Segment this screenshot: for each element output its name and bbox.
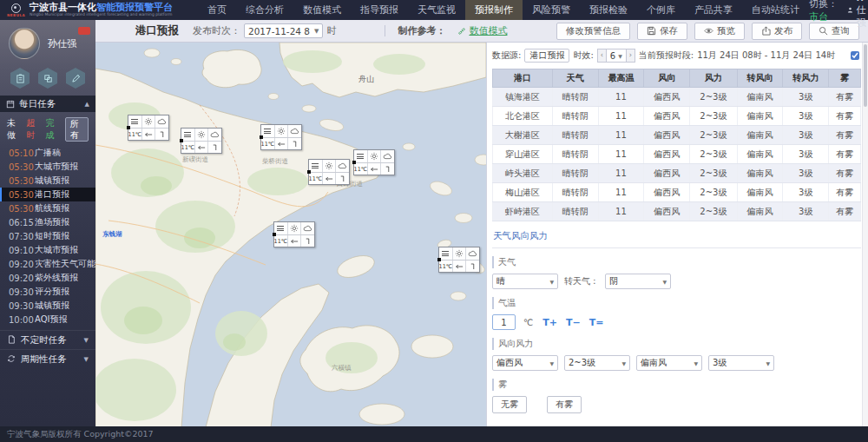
task-filter-所有[interactable]: 所有 [65,117,89,142]
保存-button[interactable]: 保存 [637,23,687,40]
menu-icon[interactable] [128,115,142,128]
select-all-checkbox[interactable] [851,51,859,60]
nav-item-指导预报[interactable]: 指导预报 [351,0,408,20]
table-cell[interactable]: 晴转阴 [552,202,598,221]
table-cell[interactable]: 偏南风 [737,107,783,126]
temperature-input[interactable] [492,314,516,330]
task-item[interactable]: 05:30航线预报 [0,201,95,215]
sidebar-section-不定时任务[interactable]: 不定时任务▼ [0,330,95,349]
edit-icon[interactable] [66,68,85,89]
table-cell[interactable]: 3级 [783,164,829,183]
weather-marker[interactable]: 11℃ [438,247,480,273]
table-cell[interactable]: 偏南风 [737,183,783,202]
menu-icon[interactable] [261,125,275,137]
table-row[interactable]: 大榭港区晴转阴11偏西风2~3级偏南风3级有雾 [493,126,861,145]
weather-marker[interactable]: 11℃ [308,159,350,185]
task-item[interactable]: 09:20灾害性天气可能性 [0,257,95,271]
table-cell[interactable]: 11 [598,202,644,221]
table-row[interactable]: 梅山港区晴转阴11偏西风2~3级偏南风3级有雾 [493,183,861,202]
temp-tool-T−[interactable]: T− [566,317,581,328]
table-row[interactable]: 穿山港区晴转阴11偏西风2~3级偏南风3级有雾 [493,145,861,164]
table-cell[interactable]: 偏西风 [644,202,690,221]
table-cell[interactable]: 11 [598,107,644,126]
task-item[interactable]: 10:00AQI预报 [0,313,95,327]
task-item[interactable]: 09:10大城市预报 [0,243,95,257]
table-cell[interactable]: 3级 [783,145,829,164]
scrollbar-thumb[interactable] [864,44,867,107]
修改预警信息-button[interactable]: 修改预警信息 [556,23,630,40]
table-row[interactable]: 镇海港区晴转阴11偏西风2~3级偏南风3级有雾 [493,88,861,107]
发布-button[interactable]: 发布 [752,23,802,40]
table-cell[interactable]: 11 [598,145,644,164]
task-item[interactable]: 09:30评分预报 [0,285,95,299]
avatar[interactable] [9,28,40,59]
step-prev-button[interactable]: ‹ [597,49,607,63]
weather-marker[interactable]: 11℃ [260,124,302,150]
layers-icon[interactable] [38,68,57,89]
table-cell[interactable]: 2~3级 [690,183,738,202]
task-item[interactable]: 05:10广播稿 [0,146,95,160]
table-row[interactable]: 峙头港区晴转阴11偏西风2~3级偏南风3级有雾 [493,164,861,183]
wind-select[interactable]: 偏西风▼ [492,355,558,371]
table-cell[interactable]: 3级 [783,183,829,202]
clipboard-icon[interactable] [10,68,30,89]
weather-marker[interactable]: 11℃ [181,128,222,154]
table-cell[interactable]: 穿山港区 [493,145,553,164]
table-cell[interactable]: 偏西风 [644,88,690,107]
task-item[interactable]: 09:30城镇预报 [0,299,95,313]
table-cell[interactable]: 偏西风 [644,145,690,164]
switch-value[interactable]: 市台 [809,11,828,23]
menu-icon[interactable] [181,129,195,141]
table-cell[interactable]: 有雾 [829,107,861,126]
weather-marker[interactable]: 11℃ [128,115,169,141]
task-item[interactable]: 09:20紫外线预报 [0,271,95,285]
issue-time-select[interactable]: 2017-11-24 8▼ [244,23,323,38]
task-filter-未做[interactable]: 未做 [7,117,20,142]
table-cell[interactable]: 大榭港区 [493,126,553,145]
table-cell[interactable]: 晴转阴 [552,126,598,145]
menu-icon[interactable] [439,247,453,260]
table-cell[interactable]: 11 [598,126,644,145]
table-cell[interactable]: 11 [598,88,644,107]
table-cell[interactable]: 3级 [783,88,829,107]
table-cell[interactable]: 晴转阴 [552,145,598,164]
map-canvas[interactable]: 舟山新碶街道柴桥街道白峰街道六横镇东钱湖11℃11℃11℃11℃11℃11℃11… [95,43,486,426]
wind-select[interactable]: 偏南风▼ [636,355,702,371]
table-cell[interactable]: 晴转阴 [552,183,598,202]
task-item[interactable]: 05:30港口预报 [0,188,95,201]
weather-select[interactable]: 晴▼ [492,274,558,289]
task-item[interactable]: 06:15渔场预报 [0,215,95,229]
table-cell[interactable]: 偏南风 [737,202,783,221]
table-cell[interactable]: 有雾 [829,145,861,164]
table-cell[interactable]: 2~3级 [690,107,738,126]
nav-item-预报检验[interactable]: 预报检验 [580,0,637,20]
table-cell[interactable]: 北仑港区 [493,107,553,126]
temp-tool-T+[interactable]: T+ [542,317,557,328]
nav-item-预报制作[interactable]: 预报制作 [465,0,523,20]
table-cell[interactable]: 偏南风 [737,164,783,183]
table-cell[interactable]: 晴转阴 [552,164,598,183]
table-cell[interactable]: 有雾 [829,88,861,107]
datasource-input[interactable] [524,49,569,63]
sidebar-section-周期性任务[interactable]: 周期性任务▼ [0,349,95,368]
table-cell[interactable]: 虾峙港区 [493,202,553,221]
table-row[interactable]: 北仑港区晴转阴11偏西风2~3级偏南风3级有雾 [493,107,861,126]
table-cell[interactable]: 梅山港区 [493,183,553,202]
table-cell[interactable]: 镇海港区 [493,88,553,107]
duration-select[interactable]: 6▼ [607,49,626,63]
table-cell[interactable]: 11 [598,164,644,183]
table-cell[interactable]: 有雾 [829,202,861,221]
预览-button[interactable]: 预览 [694,23,745,40]
table-cell[interactable]: 晴转阴 [552,88,598,107]
nav-item-首页[interactable]: 首页 [198,0,236,20]
nav-item-自动站统计[interactable]: 自动站统计 [742,0,809,20]
table-cell[interactable]: 晴转阴 [552,107,598,126]
table-cell[interactable]: 偏西风 [644,183,690,202]
table-cell[interactable]: 峙头港区 [493,164,553,183]
table-cell[interactable]: 3级 [783,107,829,126]
table-cell[interactable]: 2~3级 [690,202,738,221]
table-cell[interactable]: 3级 [783,126,829,145]
numeric-model-link[interactable]: 数值模式 [457,24,507,37]
table-row[interactable]: 虾峙港区晴转阴11偏西风2~3级偏南风3级有雾 [493,202,861,221]
table-cell[interactable]: 偏西风 [644,164,690,183]
